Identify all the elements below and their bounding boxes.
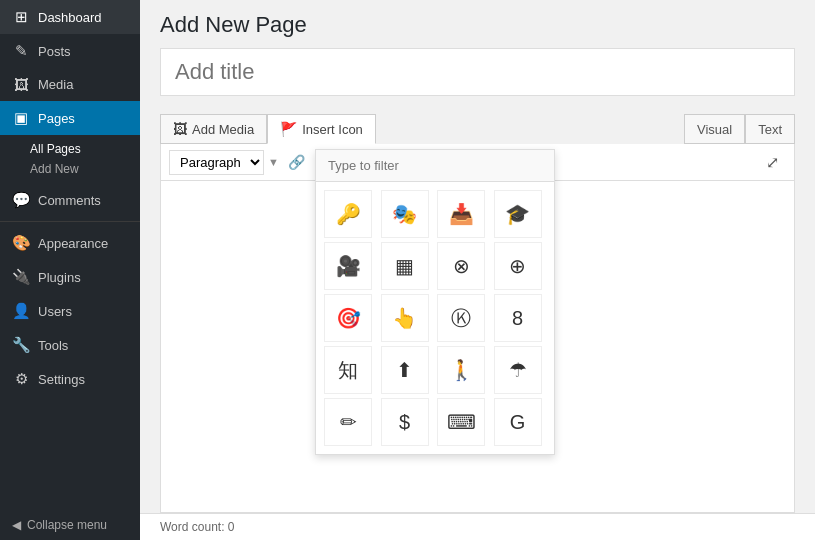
- sidebar-item-posts[interactable]: ✎ Posts: [0, 34, 140, 68]
- icon-cell-graduation[interactable]: 🎓: [494, 190, 542, 238]
- icon-cell-up-arrow[interactable]: ⬆: [381, 346, 429, 394]
- icon-cell-theater[interactable]: 🎭: [381, 190, 429, 238]
- add-new-link[interactable]: Add New: [30, 159, 140, 179]
- insert-icon-button[interactable]: 🚩 Insert Icon: [267, 114, 376, 144]
- visual-text-buttons: Visual Text: [684, 114, 795, 144]
- icon-cell-dollar[interactable]: $: [381, 398, 429, 446]
- icon-cell-keyboard[interactable]: ⌨: [437, 398, 485, 446]
- word-count: Word count: 0: [160, 520, 234, 534]
- paragraph-select[interactable]: Paragraph: [169, 150, 264, 175]
- collapse-menu-button[interactable]: ◀ Collapse menu: [0, 510, 140, 540]
- sidebar-item-label: Pages: [38, 111, 75, 126]
- sidebar-nav: ⊞ Dashboard ✎ Posts 🖼 Media ▣ Pages All …: [0, 0, 140, 396]
- sidebar-item-label: Dashboard: [38, 10, 102, 25]
- editor-area: 🖼 Add Media 🚩 Insert Icon 🔑🎭📥🎓🎥▦⊗⊕🎯👆Ⓚ8知⬆…: [140, 104, 815, 513]
- sidebar-item-label: Appearance: [38, 236, 108, 251]
- status-bar: Word count: 0: [140, 513, 815, 540]
- chevron-down-icon: ▼: [268, 156, 279, 168]
- collapse-icon: ◀: [12, 518, 21, 532]
- sidebar-item-label: Users: [38, 304, 72, 319]
- icon-cell-zhihu[interactable]: 知: [324, 346, 372, 394]
- sidebar-item-label: Settings: [38, 372, 85, 387]
- page-title: Add New Page: [160, 12, 795, 38]
- add-media-label: Add Media: [192, 122, 254, 137]
- add-media-icon: 🖼: [173, 121, 187, 137]
- icon-cell-circle-plus[interactable]: ⊕: [494, 242, 542, 290]
- icon-cell-key[interactable]: 🔑: [324, 190, 372, 238]
- sidebar-item-label: Media: [38, 77, 73, 92]
- icon-cell-gpay[interactable]: G: [494, 398, 542, 446]
- page-title-input[interactable]: [160, 48, 795, 96]
- link-icon: 🔗: [288, 154, 305, 170]
- add-media-button[interactable]: 🖼 Add Media: [160, 114, 267, 144]
- pages-icon: ▣: [12, 109, 30, 127]
- sidebar-divider: [0, 221, 140, 222]
- sidebar: ⊞ Dashboard ✎ Posts 🖼 Media ▣ Pages All …: [0, 0, 140, 540]
- sidebar-item-label: Tools: [38, 338, 68, 353]
- main-content: Add New Page 🖼 Add Media 🚩 Insert Icon 🔑…: [140, 0, 815, 540]
- sidebar-item-settings[interactable]: ⚙ Settings: [0, 362, 140, 396]
- collapse-label: Collapse menu: [27, 518, 107, 532]
- sidebar-item-tools[interactable]: 🔧 Tools: [0, 328, 140, 362]
- media-icon: 🖼: [12, 76, 30, 93]
- insert-icon-label: Insert Icon: [302, 122, 363, 137]
- sidebar-item-media[interactable]: 🖼 Media: [0, 68, 140, 101]
- icon-cell-eight[interactable]: 8: [494, 294, 542, 342]
- posts-icon: ✎: [12, 42, 30, 60]
- dashboard-icon: ⊞: [12, 8, 30, 26]
- tools-icon: 🔧: [12, 336, 30, 354]
- topbar: Add New Page: [140, 0, 815, 104]
- sidebar-item-dashboard[interactable]: ⊞ Dashboard: [0, 0, 140, 34]
- icon-cell-point-up[interactable]: 👆: [381, 294, 429, 342]
- sidebar-item-pages[interactable]: ▣ Pages: [0, 101, 140, 135]
- sidebar-item-label: Comments: [38, 193, 101, 208]
- sidebar-item-users[interactable]: 👤 Users: [0, 294, 140, 328]
- all-pages-link[interactable]: All Pages: [30, 139, 140, 159]
- link-button[interactable]: 🔗: [283, 148, 311, 176]
- sidebar-item-plugins[interactable]: 🔌 Plugins: [0, 260, 140, 294]
- icon-grid: 🔑🎭📥🎓🎥▦⊗⊕🎯👆Ⓚ8知⬆🚶☂✏$⌨G: [316, 182, 554, 454]
- comments-icon: 💬: [12, 191, 30, 209]
- toolbar-row: 🖼 Add Media 🚩 Insert Icon 🔑🎭📥🎓🎥▦⊗⊕🎯👆Ⓚ8知⬆…: [160, 114, 795, 144]
- icon-cell-pencil[interactable]: ✏: [324, 398, 372, 446]
- icon-cell-target[interactable]: 🎯: [324, 294, 372, 342]
- insert-icon-dropdown: 🔑🎭📥🎓🎥▦⊗⊕🎯👆Ⓚ8知⬆🚶☂✏$⌨G: [315, 149, 555, 455]
- plugins-icon: 🔌: [12, 268, 30, 286]
- icon-cell-download[interactable]: 📥: [437, 190, 485, 238]
- sidebar-item-comments[interactable]: 💬 Comments: [0, 183, 140, 217]
- sidebar-item-label: Plugins: [38, 270, 81, 285]
- icon-cell-circle-x[interactable]: ⊗: [437, 242, 485, 290]
- pages-submenu: All Pages Add New: [0, 135, 140, 183]
- expand-icon: ⤢: [766, 153, 779, 172]
- appearance-icon: 🎨: [12, 234, 30, 252]
- sidebar-item-label: Posts: [38, 44, 71, 59]
- icon-cell-umbrella[interactable]: ☂: [494, 346, 542, 394]
- users-icon: 👤: [12, 302, 30, 320]
- expand-button[interactable]: ⤢: [758, 148, 786, 176]
- visual-button[interactable]: Visual: [684, 114, 745, 144]
- icon-cell-walk[interactable]: 🚶: [437, 346, 485, 394]
- text-button[interactable]: Text: [745, 114, 795, 144]
- icon-filter-input[interactable]: [316, 150, 554, 182]
- icon-cell-video-camera[interactable]: 🎥: [324, 242, 372, 290]
- icon-cell-barcode[interactable]: ▦: [381, 242, 429, 290]
- icon-cell-k-circle[interactable]: Ⓚ: [437, 294, 485, 342]
- sidebar-item-appearance[interactable]: 🎨 Appearance: [0, 226, 140, 260]
- settings-icon: ⚙: [12, 370, 30, 388]
- insert-icon-flag: 🚩: [280, 121, 297, 137]
